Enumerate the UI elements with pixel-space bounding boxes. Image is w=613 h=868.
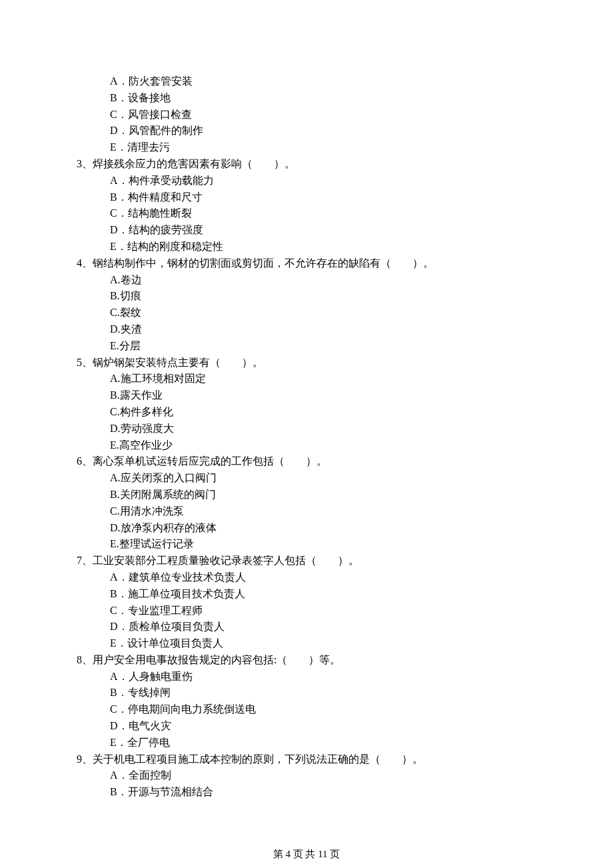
answer-option: A．建筑单位专业技术负责人	[77, 569, 536, 586]
question-stem: 5、锅炉钢架安装特点主要有（ ）。	[77, 355, 536, 371]
answer-option: A．防火套管安装	[77, 73, 536, 90]
answer-option: E．清理去污	[77, 139, 536, 156]
answer-option: A.施工环境相对固定	[77, 371, 536, 387]
answer-option: B．设备接地	[77, 90, 536, 107]
answer-option: A.应关闭泵的入口阀门	[77, 470, 536, 487]
answer-option: D.夹渣	[77, 321, 536, 338]
question-stem: 9、关于机电工程项目施工成本控制的原则，下列说法正确的是（ ）。	[77, 751, 536, 768]
answer-option: B．构件精度和尺寸	[77, 189, 536, 206]
answer-option: B.切痕	[77, 288, 536, 305]
answer-option: E.整理试运行记录	[77, 536, 536, 553]
answer-option: E．设计单位项目负责人	[77, 635, 536, 652]
answer-option: B.露天作业	[77, 387, 536, 404]
question-stem: 8、用户安全用电事故报告规定的内容包括:（ ）等。	[77, 652, 536, 669]
answer-option: A．构件承受动载能力	[77, 173, 536, 189]
answer-option: B．开源与节流相结合	[77, 784, 536, 801]
answer-option: E．全厂停电	[77, 735, 536, 751]
answer-option: E.分层	[77, 338, 536, 355]
answer-option: D.放净泵内积存的液体	[77, 520, 536, 537]
question-stem: 6、离心泵单机试运转后应完成的工作包括（ ）。	[77, 453, 536, 470]
answer-option: D．质检单位项目负责人	[77, 619, 536, 635]
answer-option: E.高空作业少	[77, 437, 536, 454]
question-stem: 3、焊接残余应力的危害因素有影响（ ）。	[77, 156, 536, 173]
answer-option: B．专线掉闸	[77, 685, 536, 701]
question-stem: 7、工业安装部分工程质量验收记录表签字人包括（ ）。	[77, 553, 536, 569]
answer-option: A．人身触电重伤	[77, 669, 536, 685]
answer-option: B.关闭附属系统的阀门	[77, 487, 536, 503]
document-page: A．防火套管安装 B．设备接地 C．风管接口检查 D．风管配件的制作 E．清理去…	[0, 0, 613, 868]
answer-option: A.卷边	[77, 272, 536, 289]
answer-option: C．结构脆性断裂	[77, 205, 536, 222]
answer-option: D．结构的疲劳强度	[77, 222, 536, 239]
question-stem: 4、钢结构制作中，钢材的切割面或剪切面，不允许存在的缺陷有（ ）。	[77, 255, 536, 272]
answer-option: C.裂纹	[77, 305, 536, 321]
answer-option: E．结构的刚度和稳定性	[77, 239, 536, 255]
answer-option: D．风管配件的制作	[77, 123, 536, 139]
answer-option: B．施工单位项目技术负责人	[77, 586, 536, 603]
answer-option: C．停电期间向电力系统倒送电	[77, 701, 536, 718]
page-footer: 第 4 页 共 11 页	[0, 847, 613, 862]
answer-option: D.劳动强度大	[77, 421, 536, 437]
answer-option: A．全面控制	[77, 767, 536, 784]
answer-option: D．电气火灾	[77, 718, 536, 735]
answer-option: C．风管接口检查	[77, 107, 536, 123]
answer-option: C.用清水冲洗泵	[77, 503, 536, 520]
answer-option: C.构件多样化	[77, 404, 536, 421]
answer-option: C．专业监理工程师	[77, 603, 536, 619]
